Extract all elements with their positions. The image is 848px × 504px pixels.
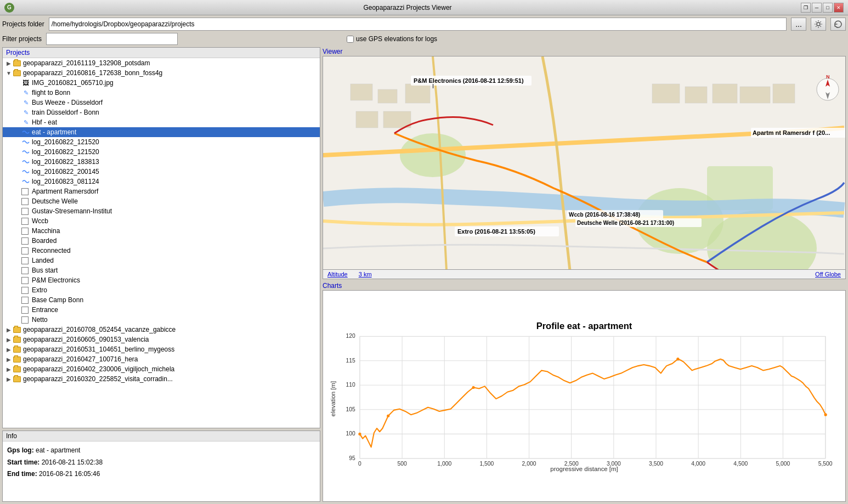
tree-item[interactable]: log_20160822_121520 [3, 137, 320, 147]
tree-item[interactable]: 🖼IMG_20160821_065710.jpg [3, 78, 320, 88]
tree-container[interactable]: ▶geopaparazzi_20161119_132908_potsdam▼ge… [3, 58, 320, 428]
expander[interactable] [14, 238, 21, 244]
expander[interactable]: ▶ [5, 366, 13, 372]
refresh-button[interactable] [830, 18, 846, 31]
expander[interactable] [14, 208, 21, 214]
tree-item[interactable]: ▶geopaparazzi_20160427_100716_hera [3, 354, 320, 364]
tree-item[interactable]: P&M Electronics [3, 275, 320, 285]
expander[interactable] [14, 80, 21, 86]
tree-item[interactable]: ▶geopaparazzi_20161119_132908_potsdam [3, 58, 320, 68]
tree-item[interactable]: ▶geopaparazzi_20160320_225852_visita_cor… [3, 374, 320, 384]
tree-item[interactable]: Bus start [3, 265, 320, 275]
gps-elevations-checkbox[interactable] [347, 36, 354, 43]
tree-item[interactable]: Netto [3, 315, 320, 325]
tree-item[interactable]: Deutsche Welle [3, 196, 320, 206]
expander[interactable]: ▶ [5, 376, 13, 382]
expander[interactable] [14, 129, 21, 135]
tree-item[interactable]: ▼geopaparazzi_20160816_172638_bonn_foss4… [3, 68, 320, 78]
svg-rect-12 [685, 87, 707, 103]
tree-item[interactable]: ✎Hbf - eat [3, 117, 320, 127]
tree-item[interactable]: Macchina [3, 226, 320, 236]
filter-input[interactable] [46, 33, 178, 45]
tree-item[interactable]: Landed [3, 256, 320, 265]
expander[interactable]: ▼ [5, 70, 13, 76]
expander[interactable] [14, 139, 21, 145]
svg-rect-14 [740, 87, 770, 103]
expander[interactable] [14, 189, 21, 195]
expander[interactable] [14, 248, 21, 254]
expander[interactable] [14, 307, 21, 313]
restore-button[interactable]: ❐ [801, 3, 811, 13]
off-globe-button[interactable]: Off Globe [815, 271, 841, 278]
tree-item[interactable]: ▶geopaparazzi_20160531_104651_berlino_my… [3, 344, 320, 354]
expander[interactable] [14, 90, 21, 96]
gps-log-label: Gps log: [7, 446, 34, 454]
expander[interactable]: ▶ [5, 337, 13, 343]
expander[interactable]: ▶ [5, 356, 13, 363]
tree-item[interactable]: Extro [3, 285, 320, 295]
expander[interactable] [14, 218, 21, 224]
altitude-button[interactable]: Altitude [327, 271, 348, 278]
settings-button[interactable] [811, 18, 826, 31]
close-button[interactable]: ✕ [834, 3, 844, 13]
expander[interactable] [14, 120, 21, 126]
expander[interactable] [14, 228, 21, 234]
start-time-line: Start time: 2016-08-21 15:02:38 [7, 457, 315, 469]
projects-folder-input[interactable] [49, 18, 787, 31]
tree-item-label: Bus Weeze - Düsseldorf [32, 99, 103, 106]
tree-item[interactable]: ✎train Düsseldorf - Bonn [3, 107, 320, 117]
tree-item[interactable]: eat - apartment [3, 127, 320, 137]
minimize-button[interactable]: ─ [812, 3, 822, 13]
expander[interactable] [14, 169, 21, 175]
expander[interactable] [14, 100, 21, 106]
tree-item[interactable]: log_20160822_183813 [3, 157, 320, 167]
tree-item[interactable]: Gustav-Stresemann-Institut [3, 206, 320, 216]
tree-item[interactable]: Wccb [3, 216, 320, 226]
tree-item[interactable]: Entrance [3, 305, 320, 315]
distance-button[interactable]: 3 km [359, 271, 372, 278]
tree-item[interactable]: Apartment Ramersdorf [3, 186, 320, 196]
expander[interactable] [14, 268, 21, 274]
projects-label: Projects [3, 48, 320, 58]
tree-item-label: geopaparazzi_20160402_230006_vigiljoch_m… [23, 365, 174, 373]
tree-item[interactable]: Reconnected [3, 246, 320, 256]
expander[interactable] [14, 287, 21, 293]
expander[interactable] [14, 278, 21, 284]
tree-item[interactable]: log_20160822_121520 [3, 147, 320, 157]
chart-container: Profile eat - apartment [323, 290, 846, 502]
expander[interactable] [14, 179, 21, 185]
tree-item[interactable]: log_20160823_081124 [3, 177, 320, 186]
expander[interactable]: ▶ [5, 60, 13, 66]
gpslog-icon [21, 158, 30, 166]
expander[interactable] [14, 258, 21, 264]
tree-item[interactable]: ▶geopaparazzi_20160708_052454_vacanze_ga… [3, 325, 320, 335]
svg-text:1,500: 1,500 [479, 461, 494, 467]
tree-item[interactable]: Boarded [3, 236, 320, 246]
tree-item[interactable]: ▶geopaparazzi_20160605_090153_valencia [3, 335, 320, 344]
tree-item-label: P&M Electronics [32, 276, 80, 284]
folder-icon [13, 326, 21, 333]
note-check-icon [21, 247, 30, 254]
expander[interactable]: ▶ [5, 327, 13, 333]
tree-item[interactable]: ✎flight to Bonn [3, 88, 320, 98]
info-content: Gps log: eat - apartment Start time: 201… [3, 441, 320, 484]
expander[interactable] [14, 297, 21, 303]
expander[interactable] [14, 159, 21, 165]
map-container: P&M Electronics (2016-08-21 12:59:51) Ex… [323, 56, 846, 270]
maximize-button[interactable]: □ [823, 3, 833, 13]
browse-button[interactable]: ... [791, 18, 806, 31]
expander[interactable]: ▶ [5, 347, 13, 353]
expander[interactable] [14, 317, 21, 323]
svg-text:0: 0 [358, 461, 361, 467]
tree-item[interactable]: Base Camp Bonn [3, 295, 320, 305]
end-time-label: End time: [7, 470, 37, 478]
tree-item[interactable]: log_20160822_200145 [3, 167, 320, 177]
tree-item[interactable]: ✎Bus Weeze - Düsseldorf [3, 98, 320, 107]
svg-text:120: 120 [346, 333, 355, 339]
tree-item[interactable]: ▶geopaparazzi_20160402_230006_vigiljoch_… [3, 364, 320, 374]
svg-text:Extro (2016-08-21 13:55:05): Extro (2016-08-21 13:55:05) [457, 228, 535, 235]
expander[interactable] [14, 110, 21, 116]
expander[interactable] [14, 149, 21, 155]
tree-item-label: Landed [32, 257, 54, 264]
expander[interactable] [14, 199, 21, 205]
